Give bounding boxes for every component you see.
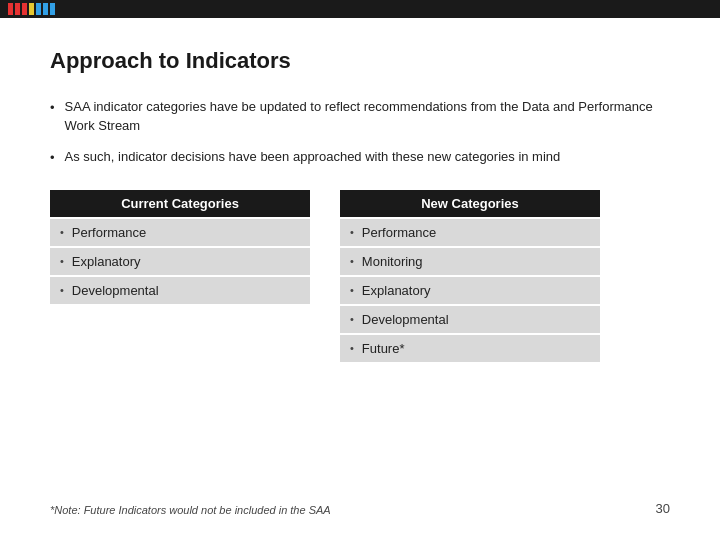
bullet-item-1: • SAA indicator categories have be updat… xyxy=(50,98,670,136)
row-dot: • xyxy=(350,284,354,296)
bullet-dot-1: • xyxy=(50,99,55,118)
row-dot: • xyxy=(350,226,354,238)
row-dot: • xyxy=(350,255,354,267)
new-row-4-text: Developmental xyxy=(362,312,449,327)
stripe-2 xyxy=(15,3,20,15)
page-title: Approach to Indicators xyxy=(50,48,670,74)
row-dot: • xyxy=(60,284,64,296)
stripe-7 xyxy=(50,3,55,15)
new-row-3-text: Explanatory xyxy=(362,283,431,298)
new-row-5-text: Future* xyxy=(362,341,405,356)
stripe-4 xyxy=(29,3,34,15)
current-row-2: • Explanatory xyxy=(50,248,310,275)
bullet-text-1: SAA indicator categories have be updated… xyxy=(65,98,670,136)
new-categories-table: New Categories • Performance • Monitorin… xyxy=(340,190,600,362)
new-row-3: • Explanatory xyxy=(340,277,600,304)
current-row-3-text: Developmental xyxy=(72,283,159,298)
current-categories-table: Current Categories • Performance • Expla… xyxy=(50,190,310,362)
new-row-2-text: Monitoring xyxy=(362,254,423,269)
new-row-2: • Monitoring xyxy=(340,248,600,275)
current-row-2-text: Explanatory xyxy=(72,254,141,269)
stripe-1 xyxy=(8,3,13,15)
new-row-1: • Performance xyxy=(340,219,600,246)
stripe-5 xyxy=(36,3,41,15)
top-bar-stripes xyxy=(8,3,55,15)
current-row-1: • Performance xyxy=(50,219,310,246)
stripe-3 xyxy=(22,3,27,15)
slide-content: Approach to Indicators • SAA indicator c… xyxy=(0,18,720,382)
footnote: *Note: Future Indicators would not be in… xyxy=(50,504,331,516)
row-dot: • xyxy=(350,313,354,325)
tables-container: Current Categories • Performance • Expla… xyxy=(50,190,670,362)
page-number: 30 xyxy=(656,501,670,516)
bullet-item-2: • As such, indicator decisions have been… xyxy=(50,148,670,168)
row-dot: • xyxy=(60,226,64,238)
new-row-1-text: Performance xyxy=(362,225,436,240)
row-dot: • xyxy=(60,255,64,267)
stripe-6 xyxy=(43,3,48,15)
new-row-4: • Developmental xyxy=(340,306,600,333)
bullet-text-2: As such, indicator decisions have been a… xyxy=(65,148,561,167)
bullet-dot-2: • xyxy=(50,149,55,168)
new-row-5: • Future* xyxy=(340,335,600,362)
current-row-3: • Developmental xyxy=(50,277,310,304)
bullets-section: • SAA indicator categories have be updat… xyxy=(50,98,670,168)
current-row-1-text: Performance xyxy=(72,225,146,240)
top-bar xyxy=(0,0,720,18)
new-categories-header: New Categories xyxy=(340,190,600,217)
row-dot: • xyxy=(350,342,354,354)
current-categories-header: Current Categories xyxy=(50,190,310,217)
